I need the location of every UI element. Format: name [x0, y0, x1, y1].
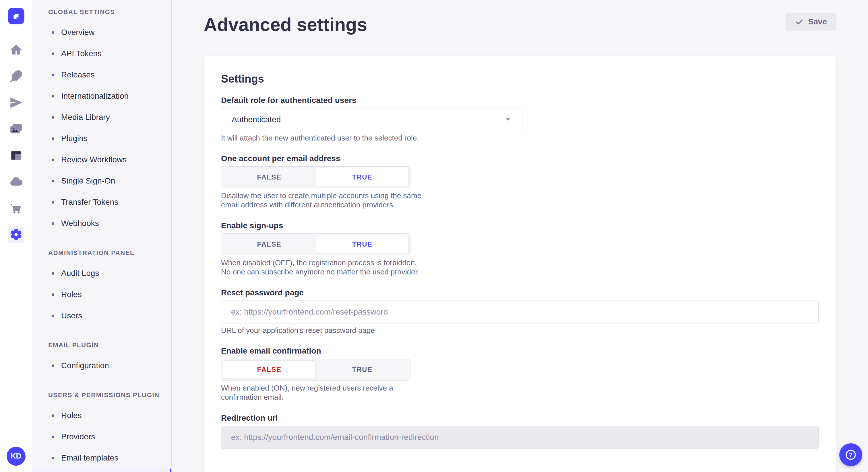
feather-icon[interactable]: [8, 68, 24, 85]
field-enable-signups: Enable sign-ups FALSE TRUE When disabled…: [221, 221, 818, 276]
one-account-label: One account per email address: [221, 154, 818, 164]
field-email-confirmation: Enable email confirmation FALSE TRUE Whe…: [221, 346, 818, 402]
sidebar-item-plugins[interactable]: Plugins: [32, 128, 172, 149]
sidebar-item-webhooks[interactable]: Webhooks: [32, 213, 172, 234]
enable-signups-description: When disabled (OFF), the registration pr…: [221, 258, 422, 276]
field-redirection-url: Redirection url: [221, 413, 818, 449]
avatar[interactable]: KD: [7, 447, 26, 466]
layout-icon[interactable]: [8, 147, 24, 164]
sidebar-item-label: Overview: [61, 28, 95, 37]
media-library-icon[interactable]: [8, 121, 24, 137]
sidebar-item-internationalization[interactable]: Internationalization: [32, 86, 172, 107]
sidebar-item-label: Users: [61, 311, 82, 320]
email-confirmation-toggle: FALSE TRUE: [221, 359, 410, 380]
sidebar-item-label: Roles: [61, 290, 82, 299]
bullet-icon: [52, 314, 54, 317]
bullet-icon: [52, 116, 54, 119]
email-confirmation-description: When enabled (ON), new registered users …: [221, 383, 422, 402]
reset-password-hint: URL of your application's reset password…: [221, 326, 818, 335]
email-confirmation-true-option[interactable]: TRUE: [316, 361, 409, 379]
bullet-icon: [52, 414, 54, 417]
redirection-url-input: [221, 426, 818, 449]
main-content: Advanced settings Save Settings Default …: [172, 0, 868, 472]
sidebar-item-admin-roles[interactable]: Roles: [32, 284, 172, 305]
bullet-icon: [52, 222, 54, 225]
section-label: EMAIL PLUGIN: [32, 339, 172, 351]
svg-text:?: ?: [849, 452, 852, 458]
bullet-icon: [52, 137, 54, 140]
sidebar-item-transfer-tokens[interactable]: Transfer Tokens: [32, 192, 172, 213]
reset-password-label: Reset password page: [221, 288, 818, 298]
sidebar-item-audit-logs[interactable]: Audit Logs: [32, 263, 172, 284]
sidebar-item-admin-users[interactable]: Users: [32, 305, 172, 326]
rail-nav: [0, 32, 32, 440]
settings-subnav: GLOBAL SETTINGS Overview API Tokens Rele…: [32, 0, 172, 472]
sidebar-item-providers[interactable]: Providers: [32, 426, 172, 447]
marketplace-cart-icon[interactable]: [8, 200, 24, 216]
save-button[interactable]: Save: [786, 12, 836, 31]
sidebar-item-advanced-settings[interactable]: Advanced settings: [32, 469, 172, 472]
help-button[interactable]: ?: [839, 443, 862, 466]
sidebar-item-label: Review Workflows: [61, 155, 127, 164]
sidebar-item-label: Single Sign-On: [61, 176, 115, 186]
field-reset-password: Reset password page URL of your applicat…: [221, 288, 818, 335]
enable-signups-label: Enable sign-ups: [221, 221, 818, 231]
sidebar-item-label: API Tokens: [61, 49, 102, 58]
sidebar-item-label: Internationalization: [61, 92, 129, 101]
bullet-icon: [52, 53, 54, 55]
one-account-false-option[interactable]: FALSE: [223, 168, 316, 187]
sidebar-item-label: Roles: [61, 411, 82, 420]
section-global-settings: GLOBAL SETTINGS Overview API Tokens Rele…: [32, 6, 172, 234]
field-default-role: Default role for authenticated users Aut…: [221, 96, 818, 142]
page-title: Advanced settings: [204, 12, 836, 37]
sidebar-item-single-sign-on[interactable]: Single Sign-On: [32, 170, 172, 192]
default-role-value: Authenticated: [231, 115, 281, 124]
chevron-down-icon: [504, 116, 512, 123]
default-role-hint: It will attach the new authenticated use…: [221, 134, 818, 142]
strapi-logo[interactable]: [8, 8, 24, 24]
default-role-select[interactable]: Authenticated: [221, 108, 522, 131]
sidebar-item-label: Email templates: [61, 453, 118, 463]
bullet-icon: [52, 95, 54, 98]
page-header: Advanced settings Save: [172, 0, 868, 56]
bullet-icon: [52, 272, 54, 275]
sidebar-item-email-templates[interactable]: Email templates: [32, 447, 172, 469]
send-icon[interactable]: [8, 94, 24, 111]
sidebar-item-email-configuration[interactable]: Configuration: [32, 355, 172, 376]
bullet-icon: [52, 436, 54, 438]
sidebar-item-media-library[interactable]: Media Library: [32, 107, 172, 128]
one-account-toggle: FALSE TRUE: [221, 166, 410, 188]
cloud-icon[interactable]: [8, 173, 24, 190]
email-confirmation-false-option[interactable]: FALSE: [223, 361, 316, 379]
sidebar-item-releases[interactable]: Releases: [32, 64, 172, 86]
one-account-true-option[interactable]: TRUE: [316, 168, 409, 187]
sidebar-item-review-workflows[interactable]: Review Workflows: [32, 149, 172, 170]
check-icon: [795, 18, 804, 26]
enable-signups-true-option[interactable]: TRUE: [316, 235, 409, 254]
bullet-icon: [52, 74, 54, 76]
section-email-plugin: EMAIL PLUGIN Configuration: [32, 339, 172, 376]
enable-signups-toggle: FALSE TRUE: [221, 233, 410, 255]
sidebar-item-label: Providers: [61, 432, 95, 441]
sidebar-item-label: Audit Logs: [61, 269, 99, 278]
home-icon[interactable]: [8, 42, 24, 58]
settings-section-heading: Settings: [221, 72, 818, 85]
sidebar-item-label: Transfer Tokens: [61, 198, 118, 207]
reset-password-input[interactable]: [221, 301, 818, 324]
sidebar-item-api-tokens[interactable]: API Tokens: [32, 43, 172, 64]
sidebar-item-up-roles[interactable]: Roles: [32, 405, 172, 426]
bullet-icon: [52, 457, 54, 460]
sidebar-item-label: Configuration: [61, 361, 109, 370]
section-users-permissions-plugin: USERS & PERMISSIONS PLUGIN Roles Provide…: [32, 390, 172, 472]
settings-gear-icon[interactable]: [8, 226, 24, 243]
bullet-icon: [52, 201, 54, 204]
icon-rail: KD: [0, 0, 32, 472]
bullet-icon: [52, 293, 54, 296]
sidebar-item-overview[interactable]: Overview: [32, 22, 172, 43]
question-mark-icon: ?: [844, 448, 857, 461]
enable-signups-false-option[interactable]: FALSE: [223, 235, 316, 254]
bullet-icon: [52, 159, 54, 161]
sidebar-item-label: Webhooks: [61, 219, 99, 228]
email-confirmation-label: Enable email confirmation: [221, 346, 818, 356]
logo-block: [0, 0, 32, 32]
